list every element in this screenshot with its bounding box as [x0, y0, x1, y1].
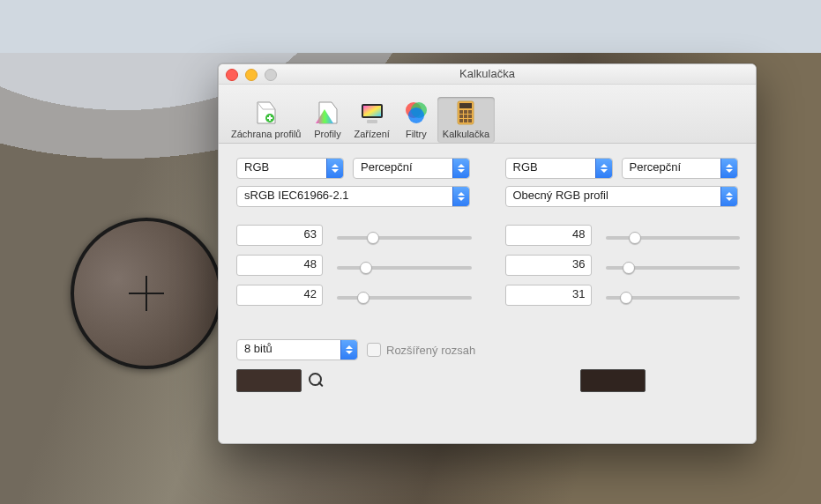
toolbar-label: Záchrana profilů [231, 129, 302, 139]
devices-icon [358, 99, 386, 127]
toolbar-item-filters[interactable]: Filtry [397, 97, 436, 143]
svg-rect-8 [459, 103, 472, 108]
source-channel-2-value[interactable]: 48 [236, 255, 323, 276]
svg-rect-3 [367, 120, 377, 123]
toolbar-label: Zařízení [355, 129, 390, 139]
chevron-up-down-icon [340, 340, 357, 359]
svg-rect-16 [464, 119, 467, 122]
source-channel-2-slider[interactable] [337, 266, 472, 270]
bottom-bar: 8 bitů Rozšířený rozsah [219, 339, 756, 392]
svg-rect-17 [468, 119, 472, 122]
source-channel-1-value[interactable]: 63 [236, 225, 323, 246]
toolbar-item-devices[interactable]: Zařízení [349, 97, 395, 143]
target-channel-3-value[interactable]: 31 [505, 285, 592, 306]
extended-range-checkbox[interactable]: Rozšířený rozsah [367, 343, 475, 357]
checkbox-label: Rozšířený rozsah [386, 344, 475, 357]
svg-point-6 [408, 107, 424, 123]
toolbar-label: Filtry [406, 129, 427, 139]
source-pane: RGB Percepční sRGB IEC61966-2.1 63 [236, 158, 470, 315]
zoom-button [265, 69, 277, 81]
profiles-icon [314, 99, 342, 127]
svg-rect-12 [459, 115, 463, 118]
toolbar-item-profiles[interactable]: Profily [309, 97, 347, 143]
filters-icon [402, 99, 430, 127]
svg-rect-2 [363, 106, 381, 116]
popup-value: sRGB IEC61966-2.1 [244, 189, 349, 202]
bit-depth-popup[interactable]: 8 bitů [236, 339, 358, 360]
target-intent-popup[interactable]: Percepční [622, 158, 739, 179]
chevron-up-down-icon [720, 159, 737, 178]
chevron-up-down-icon [452, 187, 469, 206]
popup-value: RGB [513, 160, 538, 174]
source-channel-1-slider[interactable] [337, 236, 472, 240]
chevron-up-down-icon [595, 159, 612, 178]
popup-value: 8 bitů [244, 342, 272, 355]
calculator-icon [452, 99, 480, 127]
target-channel-1-value[interactable]: 48 [505, 225, 592, 246]
chevron-up-down-icon [720, 187, 737, 206]
toolbar-item-profile-first-aid[interactable]: Záchrana profilů [226, 97, 307, 143]
profile-first-aid-icon [252, 99, 280, 127]
target-channel-3-slider[interactable] [606, 296, 741, 300]
target-pane: RGB Percepční Obecný RGB profil 48 [505, 158, 739, 315]
source-channel-3-slider[interactable] [337, 296, 472, 300]
svg-rect-13 [464, 115, 467, 118]
source-swatch [236, 369, 302, 392]
popup-value: Percepční [361, 160, 413, 174]
color-loupe[interactable] [71, 218, 222, 369]
close-button[interactable] [226, 69, 238, 81]
window-title: Kalkulačka [459, 67, 515, 80]
window-controls [226, 69, 277, 81]
popup-value: Obecný RGB profil [513, 189, 608, 202]
popup-value: Percepční [630, 160, 682, 174]
source-intent-popup[interactable]: Percepční [353, 158, 470, 179]
toolbar-label: Kalkulačka [443, 129, 489, 139]
source-profile-popup[interactable]: sRGB IEC61966-2.1 [236, 186, 470, 207]
minimize-button[interactable] [245, 69, 257, 81]
toolbar: Záchrana profilů Profily Zařízení [219, 85, 756, 144]
source-channel-3-value[interactable]: 42 [236, 285, 323, 306]
loupe-crosshair [146, 276, 147, 311]
toolbar-label: Profily [314, 129, 341, 139]
target-channel-2-value[interactable]: 36 [505, 255, 592, 276]
colorsync-calculator-window: Kalkulačka Záchrana profilů Profily [218, 63, 757, 444]
content: RGB Percepční sRGB IEC61966-2.1 63 [219, 144, 756, 323]
svg-rect-14 [468, 115, 472, 118]
toolbar-item-calculator[interactable]: Kalkulačka [437, 97, 495, 143]
target-profile-popup[interactable]: Obecný RGB profil [505, 186, 739, 207]
titlebar: Kalkulačka [219, 64, 756, 85]
svg-rect-9 [459, 110, 463, 114]
target-color-space-popup[interactable]: RGB [505, 158, 613, 179]
target-channel-2-slider[interactable] [606, 266, 741, 270]
chevron-up-down-icon [326, 159, 343, 178]
source-color-space-popup[interactable]: RGB [236, 158, 344, 179]
svg-rect-11 [468, 110, 472, 114]
magnifier-icon[interactable] [309, 373, 325, 389]
svg-rect-10 [464, 110, 467, 114]
popup-value: RGB [244, 160, 269, 174]
target-swatch [580, 369, 646, 392]
target-channel-1-slider[interactable] [606, 236, 741, 240]
chevron-up-down-icon [452, 159, 469, 178]
checkbox-icon [367, 343, 381, 357]
svg-rect-15 [459, 119, 463, 122]
